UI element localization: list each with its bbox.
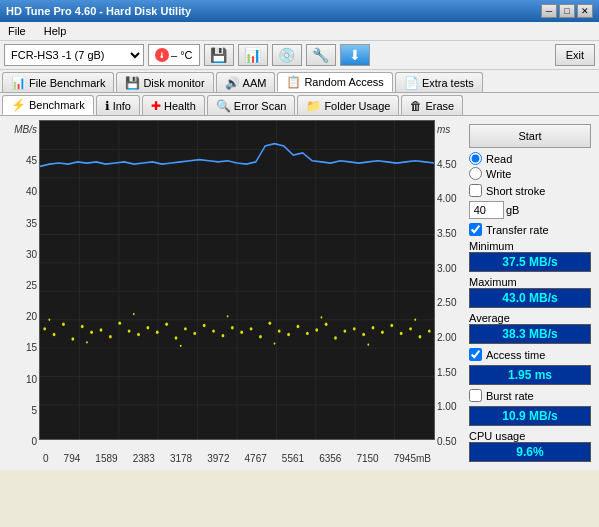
minimum-value: 37.5 MB/s [469, 252, 591, 272]
svg-point-62 [48, 319, 50, 321]
short-stroke-checkbox[interactable]: Short stroke [469, 184, 591, 197]
menu-help[interactable]: Help [40, 24, 71, 38]
svg-point-25 [90, 331, 93, 334]
tab-disk-monitor[interactable]: 💾 Disk monitor [116, 72, 213, 92]
average-label: Average [469, 312, 591, 324]
svg-point-55 [372, 326, 375, 329]
maximum-label: Maximum [469, 276, 591, 288]
maximum-section: Maximum 43.0 MB/s [469, 276, 591, 308]
svg-point-51 [334, 336, 337, 339]
tab-extra-tests[interactable]: 📄 Extra tests [395, 72, 483, 92]
tab-random-access[interactable]: 📋 Random Access [277, 72, 392, 92]
svg-point-56 [381, 331, 384, 334]
chart-area: MB/s 45 40 35 30 25 20 15 10 5 0 [4, 120, 595, 466]
tab-info[interactable]: ℹ Info [96, 95, 140, 115]
toolbar-btn-5[interactable]: ⬇ [340, 44, 370, 66]
toolbar-btn-1[interactable]: 💾 [204, 44, 234, 66]
svg-point-31 [146, 326, 149, 329]
chart-wrapper: MB/s 45 40 35 30 25 20 15 10 5 0 [4, 120, 465, 466]
svg-point-65 [180, 345, 182, 347]
svg-point-66 [227, 315, 229, 317]
svg-point-64 [133, 313, 135, 315]
read-radio[interactable]: Read [469, 152, 591, 165]
y-right-label: ms [437, 124, 450, 135]
tab-folder-usage[interactable]: 📁 Folder Usage [297, 95, 399, 115]
temperature-display: 🌡 – °C [148, 44, 200, 66]
svg-point-63 [86, 341, 88, 343]
svg-point-43 [259, 335, 262, 338]
svg-point-23 [71, 337, 74, 340]
svg-point-27 [109, 335, 112, 338]
app-title: HD Tune Pro 4.60 - Hard Disk Utility [6, 5, 191, 17]
svg-point-70 [414, 319, 416, 321]
tab-aam[interactable]: 🔊 AAM [216, 72, 276, 92]
svg-point-24 [81, 325, 84, 328]
svg-point-40 [231, 326, 234, 329]
burst-rate-value: 10.9 MB/s [469, 406, 591, 426]
svg-point-35 [184, 327, 187, 330]
tab-erase[interactable]: 🗑 Erase [401, 95, 463, 115]
minimize-button[interactable]: ─ [541, 4, 557, 18]
tab-health[interactable]: ✚ Health [142, 95, 205, 115]
burst-rate-checkbox[interactable]: Burst rate [469, 389, 591, 402]
toolbar-btn-3[interactable]: 💿 [272, 44, 302, 66]
main-content: MB/s 45 40 35 30 25 20 15 10 5 0 [0, 116, 599, 470]
gb-label: gB [506, 204, 519, 216]
svg-point-20 [43, 327, 46, 330]
write-radio[interactable]: Write [469, 167, 591, 180]
svg-point-33 [165, 323, 168, 326]
y-axis-left: MB/s 45 40 35 30 25 20 15 10 5 0 [4, 120, 39, 451]
menu-file[interactable]: File [4, 24, 30, 38]
svg-point-50 [325, 323, 328, 326]
average-value: 38.3 MB/s [469, 324, 591, 344]
svg-point-60 [419, 335, 422, 338]
svg-point-26 [100, 328, 103, 331]
tab-error-scan[interactable]: 🔍 Error Scan [207, 95, 296, 115]
spinbox-container: gB [469, 201, 591, 219]
svg-point-21 [53, 333, 56, 336]
chart-canvas-container [39, 120, 435, 440]
svg-point-34 [175, 336, 178, 339]
svg-point-45 [278, 329, 281, 332]
tab-benchmark[interactable]: ⚡ Benchmark [2, 95, 94, 115]
svg-point-42 [250, 327, 253, 330]
toolbar-btn-4[interactable]: 🔧 [306, 44, 336, 66]
svg-point-57 [390, 324, 393, 327]
access-time-value: 1.95 ms [469, 365, 591, 385]
folder-usage-icon: 📁 [306, 99, 321, 113]
svg-point-69 [367, 344, 369, 346]
svg-point-59 [409, 327, 412, 330]
svg-point-49 [315, 328, 318, 331]
svg-point-32 [156, 331, 159, 334]
info-icon: ℹ [105, 99, 110, 113]
exit-button[interactable]: Exit [555, 44, 595, 66]
svg-point-44 [268, 321, 271, 324]
benchmark-icon: ⚡ [11, 98, 26, 112]
svg-point-68 [320, 316, 322, 318]
extra-tests-icon: 📄 [404, 76, 419, 90]
start-button[interactable]: Start [469, 124, 591, 148]
cpu-usage-label: CPU usage [469, 430, 591, 442]
toolbar-btn-2[interactable]: 📊 [238, 44, 268, 66]
svg-point-37 [203, 324, 206, 327]
svg-point-61 [428, 329, 431, 332]
access-time-checkbox[interactable]: Access time [469, 348, 591, 361]
read-write-group: Read Write [469, 152, 591, 180]
chart-inner: MB/s 45 40 35 30 25 20 15 10 5 0 [4, 120, 465, 451]
svg-point-29 [128, 329, 131, 332]
x-axis: 0 794 1589 2383 3178 3972 4767 5561 6356… [39, 451, 435, 466]
spinbox-input[interactable] [469, 201, 504, 219]
svg-point-30 [137, 333, 140, 336]
tab-file-benchmark[interactable]: 📊 File Benchmark [2, 72, 114, 92]
maximum-value: 43.0 MB/s [469, 288, 591, 308]
minimum-section: Minimum 37.5 MB/s [469, 240, 591, 272]
svg-point-52 [343, 329, 346, 332]
transfer-rate-checkbox[interactable]: Transfer rate [469, 223, 591, 236]
drive-select[interactable]: FCR-HS3 -1 (7 gB) [4, 44, 144, 66]
close-button[interactable]: ✕ [577, 4, 593, 18]
svg-point-22 [62, 323, 65, 326]
maximize-button[interactable]: □ [559, 4, 575, 18]
cpu-usage-section: CPU usage 9.6% [469, 430, 591, 462]
tabs-row-2: ⚡ Benchmark ℹ Info ✚ Health 🔍 Error Scan… [0, 93, 599, 116]
random-access-icon: 📋 [286, 75, 301, 89]
